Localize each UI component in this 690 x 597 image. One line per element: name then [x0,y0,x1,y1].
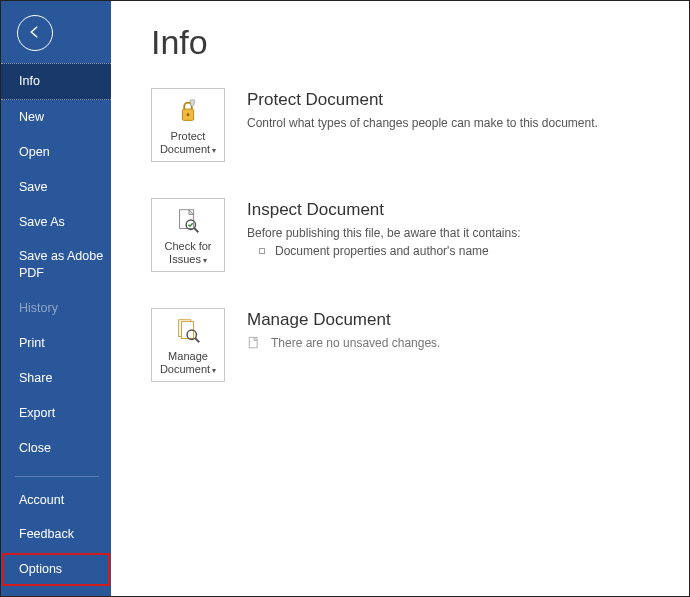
tile-label: Check for Issues▾ [154,240,222,266]
sidebar-item-export[interactable]: Export [1,396,111,431]
back-button[interactable] [17,15,53,51]
sidebar-item-label: Open [19,145,50,159]
chevron-down-icon: ▾ [203,256,207,265]
sidebar-item-options[interactable]: Options [1,552,111,587]
sidebar-item-label: Share [19,371,52,385]
sidebar-item-share[interactable]: Share [1,361,111,396]
protect-document-button[interactable]: Protect Document▾ [151,88,225,162]
sidebar-item-info[interactable]: Info [1,63,111,100]
sidebar-item-label: Save as Adobe PDF [19,249,103,280]
sidebar-item-label: Save [19,180,48,194]
protect-desc: Control what types of changes people can… [247,116,659,130]
sidebar-item-save[interactable]: Save [1,170,111,205]
chevron-down-icon: ▾ [212,146,216,155]
inspect-document-icon [173,204,203,238]
sidebar-item-save-as[interactable]: Save As [1,205,111,240]
sidebar-item-label: Options [19,562,62,576]
tile-label: Manage Document▾ [154,350,222,376]
inspect-bullet-text: Document properties and author's name [275,244,489,258]
svg-point-1 [187,113,190,116]
sidebar-item-label: Export [19,406,55,420]
inspect-body: Inspect Document Before publishing this … [247,198,659,272]
manage-status: There are no unsaved changes. [247,336,659,350]
sidebar-item-label: Account [19,493,64,507]
sidebar-item-history: History [1,291,111,326]
tile-label: Protect Document▾ [154,130,222,156]
sidebar-item-new[interactable]: New [1,100,111,135]
backstage-sidebar: Info New Open Save Save As Save as Adobe… [1,1,111,596]
sidebar-item-open[interactable]: Open [1,135,111,170]
check-for-issues-button[interactable]: Check for Issues▾ [151,198,225,272]
protect-body: Protect Document Control what types of c… [247,88,659,162]
sidebar-separator [15,476,99,477]
section-manage: Manage Document▾ Manage Document There a… [151,308,659,382]
sidebar-item-close[interactable]: Close [1,431,111,466]
word-backstage: Info New Open Save Save As Save as Adobe… [0,0,690,597]
inspect-heading: Inspect Document [247,200,659,220]
svg-line-4 [194,228,198,232]
manage-body: Manage Document There are no unsaved cha… [247,308,659,382]
protect-heading: Protect Document [247,90,659,110]
main-panel: Info Protect Document▾ Protect Document … [111,1,689,596]
sidebar-item-feedback[interactable]: Feedback [1,517,111,552]
sidebar-item-print[interactable]: Print [1,326,111,361]
manage-status-text: There are no unsaved changes. [271,336,440,350]
lock-shield-icon [173,94,203,128]
sidebar-item-label: New [19,110,44,124]
manage-document-button[interactable]: Manage Document▾ [151,308,225,382]
manage-document-icon [173,314,203,348]
page-title: Info [151,23,659,62]
inspect-desc: Before publishing this file, be aware th… [247,226,659,240]
sidebar-item-account[interactable]: Account [1,483,111,518]
sidebar-item-label: Feedback [19,527,74,541]
sidebar-item-label: Close [19,441,51,455]
svg-line-8 [195,338,199,342]
manage-heading: Manage Document [247,310,659,330]
document-icon [247,336,261,350]
inspect-bullet: Document properties and author's name [247,244,659,258]
sidebar-item-label: History [19,301,58,315]
back-arrow-icon [26,23,44,44]
bullet-square-icon [259,248,265,254]
sidebar-item-label: Info [19,74,40,88]
chevron-down-icon: ▾ [212,366,216,375]
sidebar-item-save-adobe-pdf[interactable]: Save as Adobe PDF [1,239,111,291]
sidebar-item-label: Save As [19,215,65,229]
sidebar-item-label: Print [19,336,45,350]
section-inspect: Check for Issues▾ Inspect Document Befor… [151,198,659,272]
section-protect: Protect Document▾ Protect Document Contr… [151,88,659,162]
